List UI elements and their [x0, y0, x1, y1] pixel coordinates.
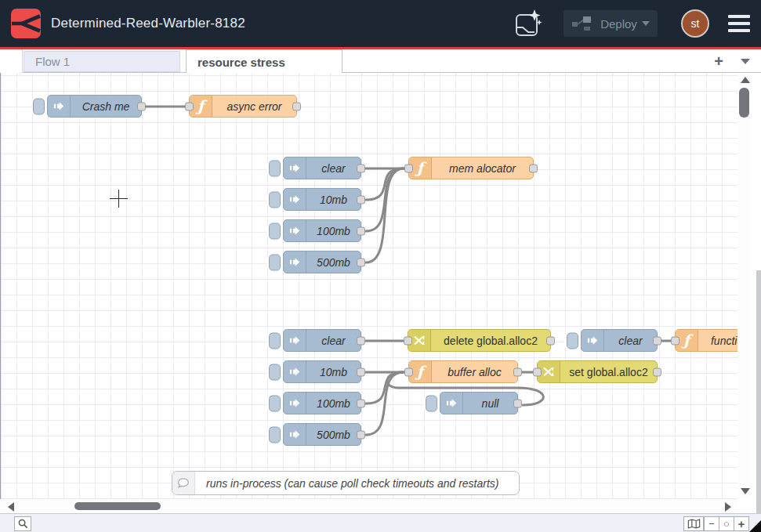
- node-mem-alocator[interactable]: ƒmem alocator: [408, 157, 534, 179]
- output-port[interactable]: [653, 336, 661, 345]
- output-port[interactable]: [357, 258, 365, 266]
- inject-icon: [284, 393, 306, 414]
- node-comment[interactable]: runs in-process (can cause poll check ti…: [172, 471, 520, 495]
- search-button[interactable]: [14, 516, 31, 531]
- node-label: mem alocator: [432, 157, 533, 179]
- node-clear-c[interactable]: clear: [581, 329, 658, 352]
- node-100mb-a[interactable]: 100mb: [283, 219, 361, 242]
- hamburger-menu-icon[interactable]: [728, 15, 750, 32]
- output-port[interactable]: [357, 430, 365, 439]
- node-label: 10mb: [306, 361, 361, 382]
- inject-trigger-button[interactable]: [269, 426, 281, 443]
- horizontal-scroll-thumb[interactable]: [74, 502, 161, 510]
- output-port[interactable]: [137, 102, 146, 110]
- inject-trigger-button[interactable]: [269, 254, 281, 270]
- inject-trigger-button[interactable]: [269, 332, 281, 349]
- output-port[interactable]: [357, 399, 365, 407]
- horizontal-scrollbar[interactable]: [0, 499, 737, 513]
- flow-sparkle-icon[interactable]: [514, 9, 542, 38]
- vertical-scrollbar[interactable]: [737, 73, 751, 499]
- output-port[interactable]: [653, 367, 661, 376]
- inject-trigger-button[interactable]: [33, 98, 45, 114]
- deploy-button[interactable]: Deploy: [564, 10, 658, 37]
- inject-trigger-button[interactable]: [269, 395, 281, 411]
- inject-trigger-button[interactable]: [567, 332, 578, 349]
- add-flow-button[interactable]: +: [714, 53, 723, 69]
- output-port[interactable]: [357, 195, 365, 204]
- output-port[interactable]: [357, 367, 365, 376]
- inject-icon: [48, 96, 71, 117]
- comment-icon: [172, 472, 195, 494]
- node-label: 500mb: [306, 252, 361, 273]
- node-label: clear: [604, 330, 657, 351]
- node-red-editor: Determined-Reed-Warbler-8182 Deploy st: [0, 0, 761, 532]
- output-port[interactable]: [513, 367, 522, 376]
- zoom-out-button[interactable]: −: [704, 516, 719, 531]
- inject-trigger-button[interactable]: [269, 364, 281, 380]
- zoom-in-button[interactable]: +: [734, 516, 749, 531]
- output-port[interactable]: [546, 336, 555, 345]
- node-set-global-alloc2[interactable]: set global.alloc2: [537, 360, 658, 383]
- input-port[interactable]: [533, 367, 542, 376]
- scroll-right-arrow[interactable]: [725, 502, 731, 512]
- inject-icon: [284, 157, 306, 179]
- input-port[interactable]: [185, 102, 194, 110]
- tab-label: Flow 1: [35, 55, 70, 68]
- input-port[interactable]: [404, 164, 413, 172]
- input-port[interactable]: [671, 336, 679, 345]
- node-async-error[interactable]: ƒasync error: [189, 95, 297, 118]
- output-port[interactable]: [513, 399, 522, 407]
- flow-canvas[interactable]: Crash meƒasync errorclear10mb100mb500mbƒ…: [0, 73, 737, 499]
- flowfuse-logo[interactable]: [11, 9, 41, 38]
- status-footer: − ○ +: [0, 513, 761, 532]
- minimap-button[interactable]: [683, 516, 704, 531]
- node-100mb-b[interactable]: 100mb: [283, 392, 361, 414]
- node-function[interactable]: ƒfunction: [675, 329, 737, 352]
- scroll-up-arrow[interactable]: [741, 77, 750, 83]
- node-label: 10mb: [306, 189, 361, 210]
- node-label: async error: [212, 96, 296, 117]
- node-500mb-a[interactable]: 500mb: [283, 251, 361, 273]
- resize-corner: [749, 520, 761, 532]
- flow-list-chevron-icon[interactable]: [741, 59, 750, 64]
- scroll-left-arrow[interactable]: [8, 502, 14, 512]
- node-buffer-alloc[interactable]: ƒbuffer alloc: [408, 360, 518, 383]
- avatar-initials: st: [691, 17, 700, 30]
- inject-trigger-button[interactable]: [269, 191, 281, 208]
- output-port[interactable]: [357, 164, 365, 172]
- node-10mb-a[interactable]: 10mb: [283, 188, 361, 211]
- inject-trigger-button[interactable]: [269, 160, 281, 176]
- window-scrollbar-strip[interactable]: [756, 270, 761, 513]
- node-500mb-b[interactable]: 500mb: [283, 423, 361, 446]
- node-label: 100mb: [306, 393, 361, 414]
- node-clear-a[interactable]: clear: [283, 157, 361, 179]
- inject-icon: [284, 424, 306, 445]
- node-delete-global-alloc2[interactable]: delete global.alloc2: [408, 329, 551, 352]
- output-port[interactable]: [529, 164, 538, 172]
- node-null[interactable]: null: [440, 392, 518, 414]
- inject-icon: [284, 252, 306, 273]
- output-port[interactable]: [357, 336, 365, 345]
- avatar[interactable]: st: [681, 9, 709, 38]
- output-port[interactable]: [357, 226, 365, 235]
- deploy-label: Deploy: [599, 17, 639, 31]
- deploy-nodes-icon: [571, 15, 592, 32]
- inject-trigger-button[interactable]: [426, 395, 437, 411]
- inject-trigger-button[interactable]: [269, 223, 281, 239]
- input-port[interactable]: [404, 367, 413, 376]
- node-label: 100mb: [306, 220, 361, 241]
- node-label: buffer alloc: [432, 361, 517, 382]
- zoom-reset-button[interactable]: ○: [719, 516, 734, 531]
- inject-icon: [582, 330, 604, 351]
- node-label: clear: [306, 157, 361, 179]
- tab-flow-1[interactable]: Flow 1: [24, 51, 180, 72]
- node-10mb-b[interactable]: 10mb: [283, 360, 361, 383]
- input-port[interactable]: [404, 336, 412, 345]
- scroll-down-arrow[interactable]: [741, 488, 750, 494]
- tab-label: resource stress: [197, 56, 285, 69]
- node-clear-b[interactable]: clear: [283, 329, 361, 352]
- node-crash-me[interactable]: Crash me: [47, 95, 142, 118]
- tab-resource-stress[interactable]: resource stress: [186, 49, 342, 74]
- vertical-scroll-thumb[interactable]: [739, 88, 749, 118]
- output-port[interactable]: [292, 102, 301, 110]
